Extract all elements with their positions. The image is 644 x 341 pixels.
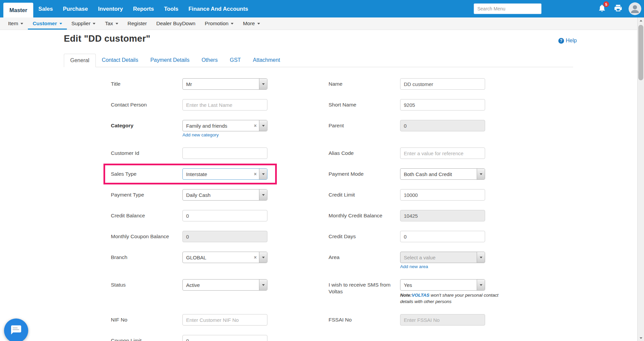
area-select: Select a value	[400, 252, 485, 263]
sales-type-select[interactable]: Interstate ×	[182, 168, 267, 180]
chevron-down-icon	[477, 280, 485, 290]
short-name-input[interactable]	[400, 99, 485, 111]
vertical-scrollbar[interactable]	[637, 17, 644, 341]
category-select[interactable]: Family and friends ×	[182, 120, 267, 131]
notification-badge: 5	[603, 1, 609, 7]
clear-icon[interactable]: ×	[252, 171, 259, 177]
chevron-down-icon	[259, 280, 267, 290]
page-title: Edit "DD customer"	[64, 34, 151, 44]
sub-navbar: Item Customer Supplier Tax Register Deal…	[0, 17, 637, 30]
chevron-down-icon	[93, 23, 95, 25]
chevron-down-icon	[231, 23, 233, 25]
nav-item-reports[interactable]: Reports	[128, 0, 159, 17]
short-name-label: Short Name	[329, 99, 400, 108]
customer-id-input[interactable]	[182, 147, 267, 159]
scroll-up-button[interactable]	[638, 17, 644, 24]
help-icon: ?	[558, 38, 564, 44]
clear-icon[interactable]: ×	[252, 255, 259, 260]
tab-gst[interactable]: GST	[224, 54, 247, 67]
alias-code-label: Alias Code	[329, 147, 400, 157]
subnav-item-dealer-buydown[interactable]: Dealer BuyDown	[152, 17, 200, 30]
form-row: Credit Balance Monthly Credit Balance	[111, 210, 485, 221]
tab-contact-details[interactable]: Contact Details	[96, 54, 144, 67]
nav-item-purchase[interactable]: Purchase	[58, 0, 93, 17]
printer-icon	[614, 4, 622, 14]
form-row: Branch GLOBAL × Area Select a value Add …	[111, 252, 485, 270]
general-form: Title Mr Name Contact Person Short Name …	[111, 78, 485, 341]
chevron-down-icon	[477, 169, 485, 179]
search-input[interactable]	[474, 3, 542, 14]
chevron-down-icon	[259, 252, 267, 263]
form-row: Monthly Coupon Balance Credit Days	[111, 231, 485, 242]
scrollbar-thumb[interactable]	[638, 25, 643, 80]
nav-item-sales[interactable]: Sales	[33, 0, 58, 17]
arrow-down-icon	[640, 337, 642, 339]
tab-general[interactable]: General	[64, 54, 96, 67]
nif-no-label: NIF No	[111, 314, 182, 323]
credit-days-input[interactable]	[400, 231, 485, 242]
nav-item-master[interactable]: Master	[3, 3, 33, 17]
nav-item-tools[interactable]: Tools	[159, 0, 183, 17]
form-row: NIF No FSSAI No	[111, 314, 485, 326]
print-button[interactable]	[614, 4, 622, 14]
parent-input	[400, 120, 485, 131]
alias-code-input[interactable]	[400, 147, 485, 159]
sales-type-label: Sales Type	[111, 168, 182, 177]
subnav-item-register[interactable]: Register	[123, 17, 152, 30]
chat-bubble-icon	[10, 324, 22, 337]
payment-mode-select[interactable]: Both Cash and Credit	[400, 168, 485, 180]
sms-note: Note:VOLTAS won't share your personal co…	[400, 292, 511, 305]
monthly-coupon-balance-input	[182, 231, 267, 242]
subnav-item-item[interactable]: Item	[3, 17, 28, 30]
branch-select[interactable]: GLOBAL ×	[182, 252, 267, 263]
chat-widget-button[interactable]	[4, 318, 28, 341]
chevron-down-icon	[259, 189, 267, 200]
coupon-limit-input[interactable]	[182, 335, 267, 341]
tab-others[interactable]: Others	[196, 54, 224, 67]
contact-person-label: Contact Person	[111, 99, 182, 108]
add-new-category-link[interactable]: Add new category	[182, 132, 267, 138]
subnav-item-tax[interactable]: Tax	[100, 17, 123, 30]
chevron-down-icon	[116, 23, 118, 25]
user-icon	[629, 10, 641, 15]
form-row: Title Mr Name	[111, 78, 485, 90]
status-label: Status	[111, 279, 182, 288]
subnav-item-more[interactable]: More	[238, 17, 264, 30]
contact-person-input[interactable]	[182, 99, 267, 111]
avatar[interactable]	[629, 2, 641, 15]
tab-attachment[interactable]: Attachment	[247, 54, 286, 67]
credit-limit-label: Credit Limit	[329, 189, 400, 198]
credit-limit-input[interactable]	[400, 189, 485, 201]
notifications-button[interactable]: 5	[598, 4, 606, 14]
chevron-down-icon	[259, 169, 267, 179]
payment-type-label: Payment Type	[111, 189, 182, 198]
credit-days-label: Credit Days	[329, 231, 400, 240]
nav-item-finance-and-accounts[interactable]: Finance And Accounts	[183, 0, 253, 17]
monthly-credit-balance-input	[400, 210, 485, 221]
add-new-area-link[interactable]: Add new area	[400, 264, 485, 270]
payment-type-select[interactable]: Daily Cash	[182, 189, 267, 201]
credit-balance-input[interactable]	[182, 210, 267, 221]
subnav-item-customer[interactable]: Customer	[28, 17, 67, 30]
subnav-item-supplier[interactable]: Supplier	[67, 17, 100, 30]
form-row: Category Family and friends × Add new ca…	[111, 120, 485, 138]
form-row: Contact Person Short Name	[111, 99, 485, 111]
tab-payment-details[interactable]: Payment Details	[144, 54, 196, 67]
chevron-down-icon	[259, 120, 267, 131]
receive-sms-label: I wish to receive SMS from Voltas	[329, 279, 400, 295]
name-input[interactable]	[400, 78, 485, 90]
nif-no-input[interactable]	[182, 314, 267, 326]
chevron-down-icon	[20, 23, 23, 25]
help-link[interactable]: ? Help	[558, 38, 577, 44]
title-select[interactable]: Mr	[182, 78, 267, 90]
form-row: Payment Type Daily Cash Credit Limit	[111, 189, 485, 201]
status-select[interactable]: Active	[182, 279, 267, 291]
credit-balance-label: Credit Balance	[111, 210, 182, 219]
subnav-item-promotion[interactable]: Promotion	[200, 17, 239, 30]
nav-item-inventory[interactable]: Inventory	[93, 0, 128, 17]
scroll-down-button[interactable]	[638, 335, 644, 341]
parent-label: Parent	[329, 120, 400, 129]
top-nav-items: Master Sales Purchase Inventory Reports …	[3, 0, 253, 17]
receive-sms-select[interactable]: Yes	[400, 279, 485, 291]
clear-icon[interactable]: ×	[252, 123, 259, 128]
